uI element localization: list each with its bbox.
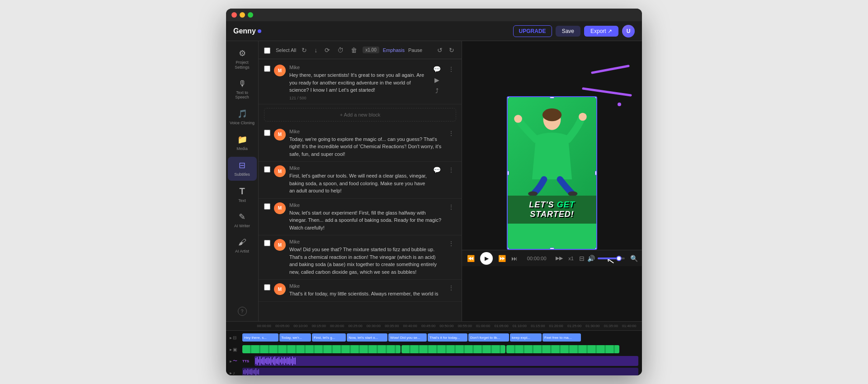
video-clip[interactable] [401, 345, 505, 353]
script-text[interactable]: Today, we're going to explore the magic … [289, 136, 443, 158]
subtitle-chip[interactable]: Feel free to ma... [542, 333, 581, 342]
more-button[interactable]: ⋮ [446, 240, 456, 247]
sidebar-item-ai-writer[interactable]: ✎ AI Writer [228, 208, 257, 232]
subtitle-chip[interactable]: Wow! Did you se... [388, 333, 427, 342]
video-clip[interactable] [506, 345, 619, 353]
block-checkbox[interactable] [264, 284, 270, 290]
select-all-label[interactable]: Select All [276, 47, 296, 53]
wave-bar [285, 359, 286, 363]
download-icon[interactable]: ↓ [312, 46, 319, 55]
minimize-button[interactable] [240, 12, 245, 18]
upgrade-button[interactable]: UPGRADE [513, 25, 552, 37]
tts-audio-strip[interactable] [255, 356, 638, 366]
script-text[interactable]: Wow! Did you see that? The mixture start… [289, 246, 443, 276]
sidebar-item-text[interactable]: T Text [228, 183, 257, 207]
script-block: M Mike Today, we're going to explore the… [259, 125, 462, 162]
emphasis-button[interactable]: Emphasis [383, 47, 405, 53]
music-track-row: ▸ ♪ [230, 368, 638, 375]
video-preview[interactable]: LET'S GET STARTED! [507, 96, 597, 250]
volume-slider[interactable] [598, 258, 625, 259]
sidebar-item-tts[interactable]: 🎙 Text to Speech [228, 75, 257, 104]
subtitle-chip[interactable]: Don't forget to lik... [468, 333, 509, 342]
more-button[interactable]: ⋮ [446, 66, 456, 73]
wave-bar [273, 357, 274, 364]
subtitle-chip[interactable]: Hey there, s... [242, 333, 278, 342]
more-button[interactable]: ⋮ [446, 166, 456, 173]
subtitles-icon: ⊟ [239, 160, 245, 170]
top-bar-right: UPGRADE Save Export ↗ U [513, 25, 635, 37]
sidebar-item-media[interactable]: 📁 Media [228, 131, 257, 155]
handle-bottom-left[interactable] [507, 248, 509, 250]
select-all-checkbox[interactable] [264, 47, 270, 54]
more-button[interactable]: ⋮ [446, 284, 456, 291]
more-button[interactable]: ⋮ [446, 130, 456, 137]
volume-icon[interactable]: 🔊 [587, 255, 595, 262]
play-icon[interactable]: ▶ [433, 75, 441, 84]
script-text[interactable]: Hey there, super scientists! It's great … [289, 71, 428, 94]
subtitles-toggle[interactable]: ⊟ [579, 255, 585, 262]
block-checkbox[interactable] [264, 203, 270, 210]
handle-bottom-middle[interactable] [550, 248, 554, 250]
step-back-button[interactable]: ⏪ [467, 255, 475, 262]
sidebar-item-subtitles[interactable]: ⊟ Subtitles [228, 157, 257, 181]
track-collapse-icon[interactable]: ▸ [230, 335, 232, 340]
sidebar-item-ai-artist[interactable]: 🖌 AI Artist [228, 234, 257, 258]
svg-point-5 [514, 115, 522, 123]
sidebar-item-label: Media [236, 146, 248, 151]
block-checkbox[interactable] [264, 66, 270, 72]
wave-bar [250, 369, 251, 375]
music-strip[interactable] [242, 368, 638, 375]
sidebar-item-project-settings[interactable]: ⚙ Project Settings [228, 45, 257, 74]
subtitle-chip[interactable]: First, let's g... [312, 333, 346, 342]
subtitle-chip[interactable]: keep expl... [510, 333, 542, 342]
script-toolbar: Select All ↻ ↓ ⟳ ⏱ 🗑 x1.00 Emphasis Paus… [259, 41, 462, 59]
settings-icon[interactable]: ⟳ [323, 46, 332, 55]
sidebar-item-voice-cloning[interactable]: 🎵 Voice Cloning [228, 105, 257, 129]
video-track-content [242, 344, 638, 354]
top-bar: Genny UPGRADE Save Export ↗ U [226, 21, 642, 41]
audio-expand-icon[interactable]: ▸ [230, 359, 232, 364]
delete-icon[interactable]: 🗑 [349, 46, 359, 55]
script-content: Mike First, let's gather our tools. We w… [289, 165, 428, 195]
clock-icon[interactable]: ⏱ [335, 46, 345, 55]
music-expand-icon[interactable]: ▸ [230, 370, 232, 375]
subtitle-chip[interactable]: That's it for today... [428, 333, 467, 342]
overlay-text-line1: LET'S GET [510, 200, 594, 210]
script-text[interactable]: First, let's gather our tools. We will n… [289, 172, 428, 195]
block-checkbox[interactable] [264, 240, 270, 246]
ruler-mark: 01:35:00 [602, 324, 620, 328]
block-checkbox[interactable] [264, 130, 270, 136]
avatar[interactable]: U [622, 25, 635, 37]
wave-bar [246, 370, 247, 373]
undo-button[interactable]: ↺ [435, 46, 444, 55]
maximize-button[interactable] [248, 12, 253, 18]
redo-button[interactable]: ↻ [447, 46, 456, 55]
wave-bar [288, 358, 289, 364]
save-button[interactable]: Save [556, 26, 580, 37]
speaker-name: Mike [289, 239, 443, 244]
skip-end-button[interactable]: ⏭ [511, 255, 518, 262]
subtitle-chip[interactable]: Now, let's start o... [347, 333, 387, 342]
script-text[interactable]: That's it for today, my little scientist… [289, 290, 443, 298]
video-clip[interactable] [242, 345, 401, 353]
comment-icon[interactable]: 💬 [431, 165, 443, 174]
volume-thumb[interactable] [616, 256, 622, 261]
char-count: 121 / 500 [289, 96, 307, 100]
subtitle-chip[interactable]: Today, we'r... [279, 333, 311, 342]
script-text[interactable]: Now, let's start our experiment! First, … [289, 209, 443, 232]
step-forward-button[interactable]: ⏩ [498, 255, 506, 262]
comment-icon[interactable]: 💬 [431, 65, 443, 74]
block-checkbox[interactable] [264, 166, 270, 173]
timeline-ruler: 00:00:00 00:05:00 00:10:00 00:15:00 00:2… [226, 322, 642, 331]
play-pause-button[interactable]: ▶ [480, 252, 493, 265]
export-button[interactable]: Export ↗ [584, 26, 618, 37]
refresh-icon[interactable]: ↻ [300, 46, 309, 55]
track-expand-icon[interactable]: ▸ [230, 347, 232, 352]
close-button[interactable] [231, 12, 237, 18]
pause-label[interactable]: Pause [408, 47, 422, 53]
help-button[interactable]: ? [238, 307, 247, 316]
zoom-out-button[interactable]: 🔍 [630, 255, 638, 262]
more-button[interactable]: ⋮ [446, 203, 456, 211]
share-icon[interactable]: ⤴ [434, 86, 440, 95]
add-block-button[interactable]: + Add a new block [264, 108, 456, 122]
